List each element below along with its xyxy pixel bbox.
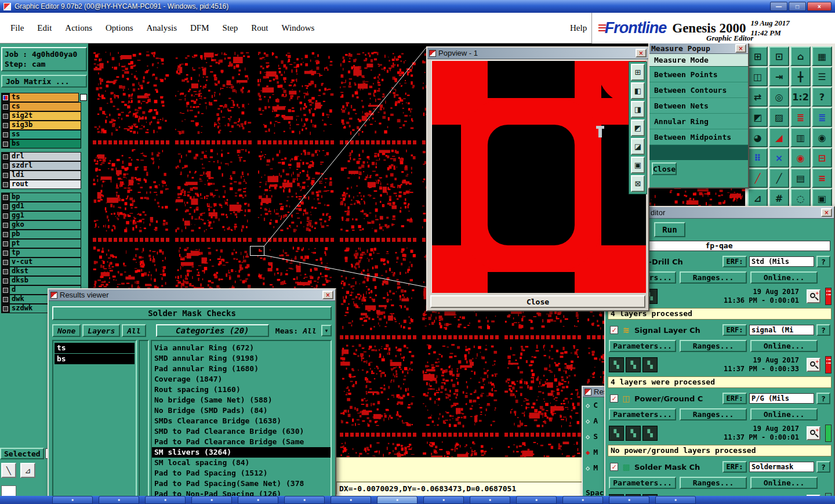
filled-square-icon[interactable]: ▣ [812,188,832,208]
help-button[interactable]: ? [812,87,832,107]
menu-item[interactable]: DFM [190,23,209,33]
check-enabled-checkbox[interactable]: ✓ [610,463,618,471]
shape-select-icon[interactable]: ⊿ [20,463,35,478]
sheet-icon[interactable]: ▤ [790,168,811,188]
layer-row[interactable]: gd1 [0,202,88,211]
layer-visibility-checkbox[interactable] [1,304,9,313]
layer-row[interactable]: szdrl [0,161,88,171]
measure-titlebar[interactable]: Measure Popup × [649,43,748,54]
layer-visibility-checkbox[interactable] [1,211,9,220]
grid-icon[interactable]: ▦ [812,46,832,66]
layer-visibility-checkbox[interactable] [1,102,9,111]
measure-mode-item[interactable]: Annular Ring [649,114,748,129]
layer-name[interactable]: pt [9,239,81,248]
layer-row[interactable]: ldi [0,171,88,180]
layer-visibility-checkbox[interactable] [1,93,9,102]
taskbar-app-button[interactable]: ▪ [377,496,418,504]
categories-header[interactable]: Categories (20) [156,324,269,337]
erf-help-button[interactable]: ? [816,324,830,336]
result-view-icon[interactable]: ▚ [609,357,624,372]
layer-filter-button[interactable]: All [122,324,146,337]
taskbar-app-button[interactable]: ▪ [99,496,139,504]
erf-field[interactable]: Std (Mils [749,256,814,267]
layer-name[interactable]: ts [9,93,79,102]
window-titlebar[interactable]: Graphic Editor 9.07b2 (00@HY-HYCAM-PC091… [0,0,835,13]
maximize-button[interactable]: □ [789,2,806,11]
taskbar-app-button[interactable]: ▪ [145,496,186,504]
pane-left-icon[interactable]: ◧ [631,82,645,99]
layer-name[interactable]: v-cut [9,258,81,267]
erf-field[interactable]: Soldermask [749,462,814,472]
close-button[interactable]: × [807,2,832,11]
layer-row[interactable]: gko [0,220,88,230]
erf-help-button[interactable]: ? [816,256,830,267]
results-category-item[interactable]: SMD to Pad Clearance Bridge (630) [152,426,331,437]
menu-item[interactable]: Analysis [147,23,177,33]
layer-visibility-checkbox[interactable] [1,152,9,161]
online-button[interactable]: Online... [750,271,818,284]
layer-list-blue-icon[interactable]: ≣ [812,107,832,127]
results-category-item[interactable]: No Bridge (SMD Pads) (84) [152,405,331,416]
menu-item[interactable]: Options [106,23,133,33]
results-viewer-titlebar[interactable]: Results viewer × [49,289,335,301]
erf-button[interactable]: ERF: [723,461,747,473]
erf-field[interactable]: P/G (Mils [749,393,814,404]
layer-row[interactable]: ss [0,130,88,139]
erf-button[interactable]: ERF: [723,256,747,267]
layer-row[interactable]: sig2t [0,111,88,121]
layer-visibility-checkbox[interactable] [1,230,9,239]
layer-visibility-checkbox[interactable] [1,139,9,148]
parameters-button[interactable]: Parameters... [609,340,676,352]
menu-item[interactable]: Windows [281,23,314,33]
zoom-results-button[interactable]: + [807,426,821,440]
crosshair-icon[interactable]: ╋ [790,67,811,86]
exit-icon[interactable]: ⇥ [769,67,789,86]
layer-row[interactable]: rout [0,180,88,189]
erf-help-button[interactable]: ? [816,461,830,473]
net-icon[interactable]: ◉ [790,148,811,168]
layer-row[interactable]: drl [0,152,88,161]
layer-visibility-checkbox[interactable] [1,285,9,295]
layer-name[interactable]: pb [9,230,81,239]
checklist-close-icon[interactable]: × [821,208,832,217]
result-view-icon[interactable]: ▚ [642,426,658,441]
pane-right-icon[interactable]: ◨ [631,101,645,118]
angle-icon[interactable]: ⊿ [747,188,768,208]
measure-mode-item[interactable]: Between Points [649,67,748,82]
taskbar-app-button[interactable]: ▪ [423,496,464,504]
layer-visibility-checkbox[interactable] [1,180,9,189]
delete-icon[interactable]: × [769,148,789,168]
popview-close-button[interactable]: Close [430,295,645,308]
taskbar-app-button[interactable]: ▪ [562,496,603,504]
menu-item[interactable]: Actions [65,23,92,33]
popview-canvas[interactable] [432,61,646,293]
dots-icon[interactable]: ⠿ [747,148,768,168]
result-view-icon[interactable]: ▚ [626,426,641,441]
results-category-item[interactable]: Pad to Pad Clearance Bridge (Same [152,437,331,447]
taskbar-app-button[interactable]: ▪ [609,496,649,504]
results-category-item[interactable]: Pad annular Ring (1680) [152,364,331,374]
layer-visibility-checkbox[interactable] [1,202,9,211]
layer-row[interactable]: pt [0,239,88,248]
layer-visibility-checkbox[interactable] [1,171,9,180]
menu-item[interactable]: File [10,23,24,33]
layer-name[interactable]: dksb [9,276,81,285]
parameters-button[interactable]: Parameters... [609,477,676,489]
layer-name[interactable]: bp [9,193,81,202]
layer-name[interactable]: gg1 [9,211,81,220]
line-select-icon[interactable]: ╲ [1,463,16,478]
layer-visibility-checkbox[interactable] [1,161,9,171]
list-icon[interactable]: ☰ [812,67,832,86]
meas-dropdown-icon[interactable]: ▼ [321,325,332,336]
online-button[interactable]: Online... [750,477,818,489]
layer-row[interactable]: ts [0,93,88,102]
erf-field[interactable]: signal (Mi [749,325,814,335]
menu-item[interactable]: Rout [251,23,268,33]
check-enabled-checkbox[interactable]: ✓ [610,394,618,403]
results-layer-item[interactable]: bs [55,354,135,364]
layer-row[interactable]: v-cut [0,258,88,267]
layer-name[interactable]: sig2t [9,111,81,121]
layer-visibility-checkbox[interactable] [1,130,9,139]
layer-name[interactable]: drl [9,152,81,161]
results-category-item[interactable]: SM local spacing (84) [152,458,331,468]
